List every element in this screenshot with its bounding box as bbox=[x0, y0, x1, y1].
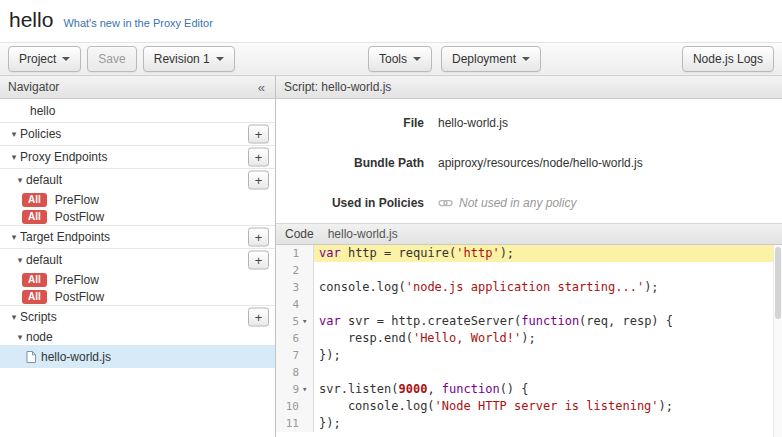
code-scrollbar-thumb[interactable] bbox=[775, 247, 781, 319]
tree-item-label: default bbox=[26, 253, 62, 267]
code-text[interactable] bbox=[314, 364, 782, 381]
code-token: console.log( bbox=[319, 280, 406, 294]
code-token: ); bbox=[500, 246, 514, 260]
tree-item-target-default[interactable]: ▾ default + bbox=[0, 248, 275, 271]
project-button[interactable]: Project bbox=[8, 46, 81, 72]
revision-button[interactable]: Revision 1 bbox=[143, 46, 235, 72]
code-header: Code hello-world.js bbox=[276, 223, 782, 245]
tools-button[interactable]: Tools bbox=[368, 46, 432, 72]
code-line[interactable]: 7}); bbox=[276, 347, 782, 364]
fold-arrow-icon[interactable]: ▾ bbox=[302, 381, 313, 398]
expand-arrow-icon[interactable]: ▾ bbox=[8, 129, 20, 139]
code-line[interactable]: 6 resp.end('Hello, World!'); bbox=[276, 330, 782, 347]
code-filename-tab[interactable]: hello-world.js bbox=[328, 227, 398, 241]
code-line[interactable]: 9▾svr.listen(9000, function() { bbox=[276, 381, 782, 398]
tree-item-proxy-default[interactable]: ▾ default + bbox=[0, 168, 275, 191]
code-line[interactable]: 3console.log('node.js application starti… bbox=[276, 279, 782, 296]
code-text[interactable]: console.log('node.js application startin… bbox=[314, 279, 782, 296]
code-token-kw: function bbox=[521, 314, 579, 328]
deployment-button[interactable]: Deployment bbox=[441, 46, 541, 72]
add-script-button[interactable]: + bbox=[248, 308, 269, 327]
code-token: ); bbox=[659, 399, 673, 413]
line-number: 6 bbox=[276, 330, 302, 347]
expand-arrow-icon[interactable]: ▾ bbox=[8, 312, 20, 322]
tree-section-proxy-endpoints[interactable]: ▾ Proxy Endpoints + bbox=[0, 145, 275, 168]
code-token: resp.end( bbox=[319, 331, 413, 345]
code-token: http = require( bbox=[341, 246, 457, 260]
expand-arrow-icon[interactable]: ▾ bbox=[14, 175, 26, 185]
code-line[interactable]: 8 bbox=[276, 364, 782, 381]
add-proxy-endpoint-button[interactable]: + bbox=[248, 148, 269, 167]
tree-item-proxy-preflow[interactable]: All PreFlow bbox=[0, 191, 275, 208]
tree-item-label: hello-world.js bbox=[41, 350, 111, 364]
code-line[interactable]: 2 bbox=[276, 262, 782, 279]
line-number-gutter: 1 bbox=[276, 245, 314, 262]
code-token: , bbox=[427, 382, 441, 396]
code-text[interactable]: var http = require('http'); bbox=[314, 245, 782, 262]
page-title: hello bbox=[9, 8, 53, 32]
add-target-endpoint-button[interactable]: + bbox=[248, 228, 269, 247]
tree-item-node-folder[interactable]: ▾ node bbox=[0, 328, 275, 345]
bundle-path-value: apiproxy/resources/node/hello-world.js bbox=[438, 156, 643, 170]
add-proxy-flow-button[interactable]: + bbox=[248, 171, 269, 190]
code-editor[interactable]: 1var http = require('http');23console.lo… bbox=[276, 245, 782, 437]
code-token-kw: var bbox=[319, 246, 341, 260]
code-text[interactable]: }); bbox=[314, 347, 782, 364]
tree-item-label: PreFlow bbox=[55, 193, 99, 207]
page-header: hello What's new in the Proxy Editor bbox=[0, 0, 782, 42]
code-line[interactable]: 5▾var svr = http.createServer(function(r… bbox=[276, 313, 782, 330]
detail-row-file: File hello-world.js bbox=[276, 103, 782, 143]
code-line[interactable]: 4 bbox=[276, 296, 782, 313]
code-text[interactable] bbox=[314, 296, 782, 313]
tree-item-target-preflow[interactable]: All PreFlow bbox=[0, 271, 275, 288]
code-token: () { bbox=[500, 382, 529, 396]
tree-item-label: default bbox=[26, 173, 62, 187]
fold-arrow-icon[interactable]: ▾ bbox=[302, 313, 313, 330]
code-text[interactable]: var svr = http.createServer(function(req… bbox=[314, 313, 782, 330]
add-target-flow-button[interactable]: + bbox=[248, 251, 269, 270]
expand-arrow-icon[interactable]: ▾ bbox=[14, 255, 26, 265]
whats-new-link[interactable]: What's new in the Proxy Editor bbox=[63, 17, 212, 29]
tree-section-scripts[interactable]: ▾ Scripts + bbox=[0, 305, 275, 328]
tree-item-target-postflow[interactable]: All PostFlow bbox=[0, 288, 275, 305]
file-value: hello-world.js bbox=[438, 116, 508, 130]
code-token: console.log( bbox=[319, 399, 435, 413]
tree-item-label: node bbox=[26, 330, 53, 344]
tree-section-target-endpoints[interactable]: ▾ Target Endpoints + bbox=[0, 225, 275, 248]
expand-arrow-icon[interactable]: ▾ bbox=[8, 232, 20, 242]
add-policy-button[interactable]: + bbox=[248, 125, 269, 144]
save-button[interactable]: Save bbox=[87, 46, 136, 72]
code-token: ); bbox=[644, 280, 658, 294]
tree-item-hello-world-js[interactable]: hello-world.js bbox=[0, 345, 275, 368]
nodejs-logs-button[interactable]: Node.js Logs bbox=[682, 46, 774, 72]
used-in-policies-text: Not used in any policy bbox=[459, 196, 576, 210]
code-token-str: 'Hello, World!' bbox=[413, 331, 521, 345]
code-text[interactable]: resp.end('Hello, World!'); bbox=[314, 330, 782, 347]
code-token-kw: function bbox=[442, 382, 500, 396]
code-line[interactable]: 1var http = require('http'); bbox=[276, 245, 782, 262]
line-number: 10 bbox=[276, 398, 302, 415]
code-text[interactable] bbox=[314, 262, 782, 279]
line-number: 7 bbox=[276, 347, 302, 364]
line-number: 11 bbox=[276, 415, 302, 432]
line-number: 4 bbox=[276, 296, 302, 313]
line-number: 5 bbox=[276, 313, 302, 330]
expand-arrow-icon[interactable]: ▾ bbox=[8, 152, 20, 162]
toolbar-right-group: Node.js Logs bbox=[682, 46, 774, 72]
line-number-gutter: 10 bbox=[276, 398, 314, 415]
line-number-gutter: 7 bbox=[276, 347, 314, 364]
code-text[interactable]: svr.listen(9000, function() { bbox=[314, 381, 782, 398]
code-scrollbar[interactable] bbox=[773, 245, 782, 437]
expand-arrow-icon[interactable]: ▾ bbox=[14, 332, 26, 342]
tree-section-policies[interactable]: ▾ Policies + bbox=[0, 122, 275, 145]
tree-item-hello[interactable]: hello bbox=[0, 99, 275, 122]
caret-down-icon bbox=[62, 57, 70, 61]
tree-item-proxy-postflow[interactable]: All PostFlow bbox=[0, 208, 275, 225]
code-text[interactable]: }); bbox=[314, 415, 782, 432]
collapse-sidebar-button[interactable]: « bbox=[256, 80, 267, 95]
code-token-str: 'node.js application starting...' bbox=[406, 280, 644, 294]
code-line[interactable]: 10 console.log('Node HTTP server is list… bbox=[276, 398, 782, 415]
code-text[interactable]: console.log('Node HTTP server is listeni… bbox=[314, 398, 782, 415]
code-line[interactable]: 11}); bbox=[276, 415, 782, 432]
tools-button-label: Tools bbox=[379, 52, 407, 66]
